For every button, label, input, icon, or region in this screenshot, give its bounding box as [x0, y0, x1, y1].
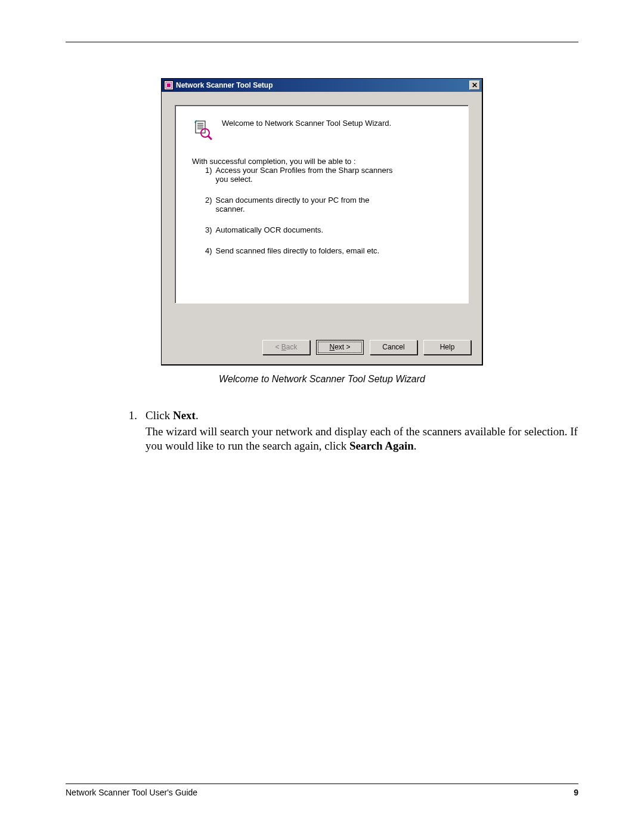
- close-button[interactable]: ✕: [469, 80, 480, 90]
- next-button[interactable]: Next >: [316, 340, 364, 355]
- help-button[interactable]: Help: [423, 340, 471, 355]
- wizard-icon: [192, 119, 213, 140]
- instructions: 1. Click Next. The wizard will search yo…: [66, 408, 578, 454]
- svg-rect-1: [167, 83, 171, 87]
- list-item: 2) Scan documents directly to your PC fr…: [205, 196, 396, 213]
- item-number: 4): [205, 246, 212, 255]
- app-icon: [164, 80, 174, 90]
- list-item: 1) Access your Scan Profiles from the Sh…: [205, 166, 396, 184]
- figure-caption: Welcome to Network Scanner Tool Setup Wi…: [161, 374, 483, 385]
- item-number: 1): [205, 166, 212, 184]
- back-button: < Back: [262, 340, 310, 355]
- step-line: Click Next.: [145, 408, 578, 423]
- step-number: 1.: [125, 408, 137, 454]
- list-item: 4) Send scanned files directly to folder…: [205, 246, 396, 255]
- item-text: Automatically OCR documents.: [216, 225, 324, 234]
- content-panel: Welcome to Network Scanner Tool Setup Wi…: [175, 105, 469, 304]
- list-item: 3) Automatically OCR documents.: [205, 225, 396, 234]
- item-number: 3): [205, 225, 212, 234]
- footer-divider: [66, 784, 578, 784]
- titlebar: Network Scanner Tool Setup ✕: [162, 79, 482, 92]
- step-body: Click Next. The wizard will search your …: [145, 408, 578, 454]
- item-text: Access your Scan Profiles from the Sharp…: [216, 166, 396, 184]
- page-content: Network Scanner Tool Setup ✕: [66, 42, 578, 454]
- item-text: Send scanned files directly to folders, …: [216, 246, 380, 255]
- close-icon: ✕: [472, 81, 478, 89]
- footer-title: Network Scanner Tool User's Guide: [66, 788, 197, 797]
- dialog-body: Welcome to Network Scanner Tool Setup Wi…: [162, 92, 482, 336]
- feature-list: 1) Access your Scan Profiles from the Sh…: [192, 166, 451, 255]
- intro-text: With successful completion, you will be …: [192, 157, 451, 166]
- instruction-step: 1. Click Next. The wizard will search yo…: [125, 408, 578, 454]
- footer-row: Network Scanner Tool User's Guide 9: [66, 788, 578, 797]
- top-divider: [66, 42, 578, 42]
- welcome-text: Welcome to Network Scanner Tool Setup Wi…: [222, 119, 391, 128]
- item-text: Scan documents directly to your PC from …: [216, 196, 396, 213]
- welcome-row: Welcome to Network Scanner Tool Setup Wi…: [192, 119, 451, 140]
- wizard-dialog: Network Scanner Tool Setup ✕: [161, 78, 483, 366]
- item-number: 2): [205, 196, 212, 213]
- dialog-figure: Network Scanner Tool Setup ✕: [161, 78, 483, 385]
- page-footer: Network Scanner Tool User's Guide 9: [66, 784, 578, 797]
- svg-line-8: [208, 136, 212, 140]
- cancel-button[interactable]: Cancel: [370, 340, 417, 355]
- step-paragraph: The wizard will search your network and …: [145, 425, 578, 454]
- page-number: 9: [574, 788, 578, 797]
- button-row: < Back Next > Cancel Help: [162, 336, 482, 364]
- window-title: Network Scanner Tool Setup: [176, 81, 469, 89]
